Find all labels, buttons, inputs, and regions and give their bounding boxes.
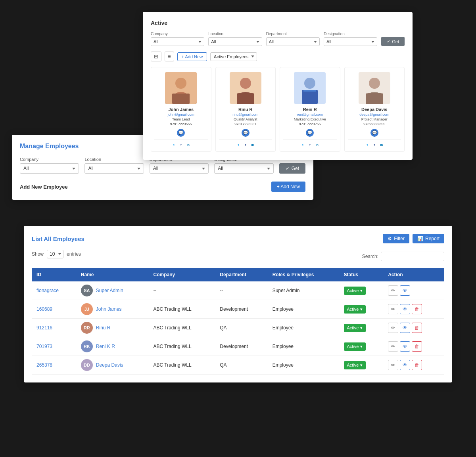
twitter-icon-reni[interactable]: t — [300, 142, 305, 147]
linkedin-icon-deepa[interactable]: in — [379, 142, 384, 147]
twitter-icon-rinu[interactable]: t — [236, 142, 241, 147]
avatar-initials: JJ — [81, 303, 93, 315]
action-icons: ✏ 👁 🗑 — [388, 341, 440, 352]
show-count-select[interactable]: 10 25 50 — [47, 250, 63, 258]
status-badge[interactable]: Active ▾ — [344, 305, 366, 314]
cell-roles: Super Admin — [268, 281, 339, 300]
chat-icon-deepa[interactable]: 💬 — [370, 129, 378, 137]
edit-button[interactable]: ✏ — [388, 360, 398, 370]
manage-company-select[interactable]: All — [20, 163, 79, 174]
card-location-select[interactable]: All — [208, 37, 262, 46]
view-button[interactable]: 👁 — [400, 323, 410, 333]
list-report-button[interactable]: 📊 Report — [413, 234, 444, 243]
card-social-reni: t f in — [283, 142, 337, 147]
delete-button[interactable]: 🗑 — [412, 323, 422, 333]
facebook-icon-deepa[interactable]: f — [372, 142, 377, 147]
linkedin-icon-reni[interactable]: in — [314, 142, 320, 147]
emp-card-john: John James john@gmail.com Team Lead 9791… — [151, 67, 211, 152]
table-row: 912116 RR Rinu R ABC Trading WLL QA Empl… — [32, 319, 444, 337]
linkedin-icon-rinu[interactable]: in — [250, 142, 255, 147]
action-icons: ✏ 👁 🗑 — [388, 323, 440, 333]
employee-card-grid: John James john@gmail.com Team Lead 9791… — [151, 67, 405, 152]
edit-button[interactable]: ✏ — [388, 285, 398, 296]
table-row: 701973 RK Reni K R ABC Trading WLL Devel… — [32, 337, 444, 356]
status-badge[interactable]: Active ▾ — [344, 287, 366, 295]
emp-name-link[interactable]: Deepa Davis — [96, 362, 123, 368]
action-icons: ✏ 👁 — [388, 285, 440, 296]
emp-id-value: fionagrace — [36, 288, 59, 293]
chat-icon-rinu[interactable]: 💬 — [242, 129, 250, 137]
grid-view-button[interactable]: ⊞ — [151, 52, 161, 61]
delete-button[interactable]: 🗑 — [412, 304, 422, 314]
cell-status: Active ▾ — [339, 319, 384, 337]
search-input[interactable] — [381, 252, 444, 261]
emp-name-link[interactable]: Rinu R — [96, 325, 111, 331]
col-department: Department — [215, 268, 267, 281]
status-badge[interactable]: Active ▾ — [344, 361, 366, 369]
card-view-panel: Active Company All Location All Departme… — [143, 12, 413, 160]
card-add-new-button[interactable]: + Add New — [177, 52, 207, 61]
avatar-initials: DD — [81, 359, 93, 371]
active-employees-dropdown[interactable]: Active Employees — [210, 52, 257, 61]
twitter-icon-deepa[interactable]: t — [365, 142, 370, 147]
emp-name-link[interactable]: John James — [96, 306, 122, 312]
manage-get-button[interactable]: ✓ Get — [279, 163, 305, 174]
cell-action: ✏ 👁 🗑 — [383, 337, 444, 356]
action-icons: ✏ 👁 🗑 — [388, 304, 440, 314]
emp-avatar: DD — [81, 359, 93, 371]
list-filter-button[interactable]: ⚙ Filter — [383, 234, 409, 243]
view-button[interactable]: 👁 — [400, 285, 410, 296]
facebook-icon-john[interactable]: f — [178, 142, 184, 147]
cell-name: RR Rinu R — [76, 319, 149, 337]
card-get-button[interactable]: ✓ Get — [381, 37, 405, 46]
status-badge[interactable]: Active ▾ — [344, 324, 366, 332]
card-department-label: Department — [266, 32, 320, 36]
manage-add-new-button[interactable]: + Add New — [271, 182, 305, 192]
card-role-rinu: Quality Analyst — [219, 117, 273, 121]
cell-id: 912116 — [32, 319, 76, 337]
cell-department: Development — [215, 300, 267, 319]
cell-id: fionagrace — [32, 281, 76, 300]
view-button[interactable]: 👁 — [400, 341, 410, 352]
card-social-deepa: t f in — [348, 142, 401, 147]
list-view-button[interactable]: ≡ — [165, 52, 174, 61]
twitter-icon-john[interactable]: t — [171, 142, 177, 147]
chevron-down-icon: ▾ — [360, 288, 363, 293]
cell-company: ABC Trading WLL — [149, 337, 215, 356]
table-row: 265378 DD Deepa Davis ABC Trading WLL QA… — [32, 356, 444, 375]
manage-check-icon: ✓ — [286, 166, 290, 171]
cell-department: Development — [215, 337, 267, 356]
card-designation-select[interactable]: All — [324, 37, 377, 46]
cell-department: QA — [215, 319, 267, 337]
emp-name-link[interactable]: Reni K R — [96, 344, 115, 349]
manage-location-select[interactable]: All — [84, 163, 144, 174]
cell-name: DD Deepa Davis — [76, 356, 149, 375]
card-name-deepa: Deepa Davis — [348, 107, 401, 112]
card-email-rinu: rinu@gmail.com — [219, 113, 273, 117]
manage-designation-select[interactable]: All — [214, 163, 273, 174]
linkedin-icon-john[interactable]: in — [185, 142, 191, 147]
delete-button[interactable]: 🗑 — [412, 360, 422, 370]
card-social-john: t f in — [154, 142, 208, 147]
card-name-rinu: Rinu R — [219, 107, 273, 112]
chat-icon-reni[interactable]: 💬 — [306, 129, 314, 137]
view-button[interactable]: 👁 — [400, 360, 410, 370]
facebook-icon-reni[interactable]: f — [307, 142, 313, 147]
cell-company: ABC Trading WLL — [149, 319, 215, 337]
delete-button[interactable]: 🗑 — [412, 341, 422, 352]
card-department-select[interactable]: All — [266, 37, 320, 46]
cell-company: ABC Trading WLL — [149, 356, 215, 375]
manage-department-select[interactable]: All — [150, 163, 209, 174]
status-badge[interactable]: Active ▾ — [344, 342, 366, 351]
view-button[interactable]: 👁 — [400, 304, 410, 314]
list-title: List All Employees — [32, 235, 84, 242]
card-company-select[interactable]: All — [151, 37, 204, 46]
edit-button[interactable]: ✏ — [388, 323, 398, 333]
emp-name-link[interactable]: Super Admin — [96, 288, 123, 293]
edit-button[interactable]: ✏ — [388, 341, 398, 352]
facebook-icon-rinu[interactable]: f — [243, 142, 248, 147]
cell-name: RK Reni K R — [76, 337, 149, 356]
chat-icon-john[interactable]: 💬 — [177, 129, 185, 137]
avatar-deepa — [359, 72, 390, 104]
edit-button[interactable]: ✏ — [388, 304, 398, 314]
